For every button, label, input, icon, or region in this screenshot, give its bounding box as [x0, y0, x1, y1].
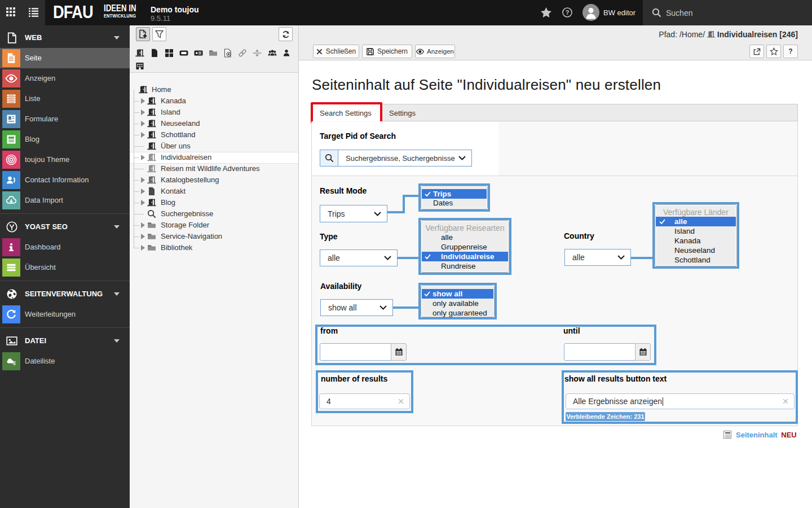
svg-text:?: ?	[566, 9, 570, 16]
